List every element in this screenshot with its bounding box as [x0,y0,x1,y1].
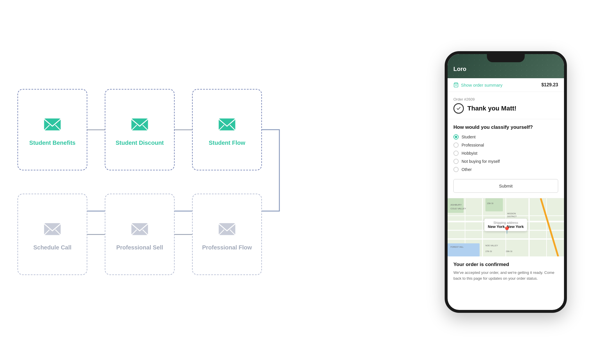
option-hobbyist[interactable]: Hobbyist [453,151,558,156]
svg-rect-6 [219,119,235,130]
confirmed-section: Your order is confirmed We've accepted y… [448,256,564,286]
option-professional[interactable]: Professional [453,142,558,148]
submit-button[interactable]: Submit [453,179,558,193]
card-professional-sell[interactable]: Professional Sell [105,194,175,275]
h-connector-4 [175,234,192,235]
flow-row-2: Schedule Call Professional Sell [17,194,279,275]
order-number: Order #2609 [453,97,558,101]
svg-rect-15 [219,223,235,235]
card-label: Student Discount [116,140,164,146]
order-summary-bar: Show order summary $129.23 [448,78,564,92]
card-label: Schedule Call [33,244,71,251]
svg-text:FOREST HILL: FOREST HILL [450,246,464,248]
check-icon [456,106,461,111]
option-not-buying[interactable]: Not buying for myself [453,159,558,164]
map-section: ASHBURY COLE VALLEY 15th St MISSION DIST… [448,198,564,256]
svg-rect-12 [132,223,148,235]
svg-text:NOE VALLEY: NOE VALLEY [485,245,498,247]
card-professional-flow[interactable]: Professional Flow [192,194,262,275]
card-label: Student Benefits [29,140,76,146]
card-schedule-call[interactable]: Schedule Call [17,194,87,275]
card-student-discount[interactable]: Student Discount [105,89,175,170]
option-label: Other [462,167,472,172]
svg-text:COLE VALLEY: COLE VALLEY [450,207,466,210]
phone-wrapper: Loro Show order summary $129.23 Order #2… [445,51,579,313]
order-summary-label[interactable]: Show order summary [461,83,503,88]
classify-section: How would you classify yourself? Student… [448,119,564,198]
card-label: Professional Flow [202,244,252,251]
option-label: Hobbyist [462,151,477,156]
map-tooltip-label: Shipping address [488,221,524,224]
radio-student[interactable] [453,134,459,140]
h-connector-2 [175,129,192,130]
thank-you-row: Thank you Matt! [453,103,558,114]
email-icon [217,113,237,134]
svg-rect-3 [132,119,148,130]
h-connector-1 [87,129,105,130]
svg-text:ASHBURY: ASHBURY [450,204,462,206]
option-student[interactable]: Student [453,134,558,140]
svg-text:27th St: 27th St [485,250,492,252]
email-icon [42,218,63,239]
order-summary-left[interactable]: Show order summary [453,82,503,88]
flow-row-1: Student Benefits Student Discount [17,89,279,170]
email-icon [42,113,63,134]
thank-you-text: Thank you Matt! [467,105,517,112]
radio-other[interactable] [453,167,459,172]
svg-text:15th St: 15th St [487,202,493,204]
radio-hobbyist[interactable] [453,151,459,156]
email-icon [129,113,150,134]
phone-shell: Loro Show order summary $129.23 Order #2… [445,51,567,313]
option-label: Not buying for myself [462,159,500,164]
email-icon [217,218,237,239]
card-label: Professional Sell [116,244,163,251]
radio-not-buying[interactable] [453,159,459,164]
classify-title: How would you classify yourself? [453,124,558,130]
map-pin: 📍 [503,226,511,234]
svg-text:MISSION: MISSION [507,213,516,215]
confirmed-title: Your order is confirmed [453,262,558,267]
card-label: Student Flow [209,140,245,146]
svg-rect-31 [448,243,480,256]
order-price: $129.23 [541,82,558,88]
radio-professional[interactable] [453,142,459,148]
cart-icon [453,82,459,88]
checkmark-circle [453,103,464,114]
svg-rect-9 [44,223,61,235]
option-other[interactable]: Other [453,167,558,172]
confirmed-text: We've accepted your order, and we're get… [453,270,558,281]
svg-rect-0 [44,119,61,130]
app-title: Loro [453,66,466,72]
email-icon [129,218,150,239]
card-student-flow[interactable]: Student Flow [192,89,262,170]
card-student-benefits[interactable]: Student Benefits [17,89,87,170]
option-label: Student [462,135,476,139]
svg-rect-30 [485,198,503,211]
phone-content: Show order summary $129.23 Order #2609 T… [448,78,564,286]
svg-text:29th St: 29th St [506,250,512,252]
h-connector-3 [87,234,105,235]
phone-notch [487,54,525,62]
option-label: Professional [462,143,484,147]
thank-you-section: Order #2609 Thank you Matt! [448,92,564,119]
flow-diagram: Student Benefits Student Discount [17,89,279,275]
svg-text:DISTRICT: DISTRICT [507,215,517,217]
